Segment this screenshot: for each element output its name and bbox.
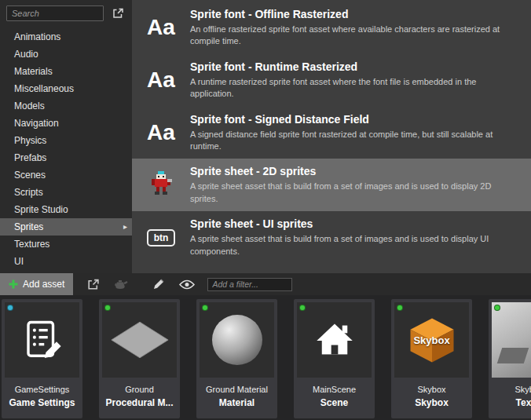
material-sphere-icon [212,315,262,365]
asset-type: Scene [297,397,372,408]
asset-type-list: Aa Sprite font - Offline Rasterized An o… [132,0,531,273]
add-asset-label: Add asset [23,279,64,290]
search-row [0,5,132,21]
asset-type-description: A signed distance field sprite font rast… [190,129,520,153]
sidebar-item-label: Sprites [14,221,43,232]
asset-type-title: Sprite font - Runtime Rasterized [190,60,520,73]
sidebar-item-animations[interactable]: Animations [0,28,132,46]
house-icon [314,320,355,360]
asset-type-row-offline-rasterized[interactable]: Aa Sprite font - Offline Rasterized An o… [132,2,531,54]
scene-thumbnail [297,302,372,378]
texture-preview-shape [497,348,529,363]
asset-tile-gamesettings[interactable]: GameSettings Game Settings [2,299,82,418]
asset-view-toolbar: Add asset [0,273,531,295]
font-aa-icon: Aa [132,122,190,144]
sidebar-item-scripts[interactable]: Scripts [0,184,132,201]
teapot-icon[interactable] [112,276,130,292]
status-dot [7,305,13,311]
sidebar-item-prefabs[interactable]: Prefabs [0,149,132,166]
skybox-thumbnail-label: Skybox [394,334,469,346]
asset-name: Skybox [394,385,469,394]
asset-type: Material [200,397,274,408]
sidebar-item-ui[interactable]: UI [0,253,132,270]
asset-type: Skybox [394,397,469,408]
sidebar-item-materials[interactable]: Materials [0,63,132,80]
asset-type-title: Sprite font - Signed Distance Field [190,113,520,126]
preview-eye-icon[interactable] [178,276,196,292]
material-thumbnail [200,302,274,378]
filter-input[interactable] [207,278,292,291]
asset-name: MainScene [297,385,372,394]
sidebar-item-sprites[interactable]: Sprites ▸ [0,218,132,236]
edit-pencil-icon[interactable] [150,276,167,292]
external-link-icon[interactable] [111,6,125,20]
sidebar-item-navigation[interactable]: Navigation [0,115,132,132]
sidebar-item-physics[interactable]: Physics [0,132,132,149]
search-input[interactable] [6,5,104,21]
add-asset-button[interactable]: Add asset [0,273,73,295]
asset-type-title: Sprite sheet - UI sprites [190,217,520,230]
plus-icon [9,279,18,289]
category-sidebar: Animations Audio Materials Miscellaneous… [0,0,132,273]
asset-tile-mainscene[interactable]: MainScene Scene [294,299,375,418]
settings-document-icon [21,319,64,361]
asset-tile-ground[interactable]: Ground Procedural M... [99,299,180,418]
sidebar-item-scenes[interactable]: Scenes [0,166,132,184]
add-asset-dialog: Animations Audio Materials Miscellaneous… [0,0,531,273]
button-btn-icon: btn [132,229,190,247]
sidebar-item-miscellaneous[interactable]: Miscellaneous [0,80,132,97]
asset-tile-skybox-texture[interactable]: Skybox Text... [489,299,531,418]
asset-type: Game Settings [5,397,79,408]
font-aa-icon: Aa [132,69,190,91]
status-dot [299,305,306,311]
asset-tile-ground-material[interactable]: Ground Material Material [196,299,277,418]
font-aa-icon: Aa [132,16,190,38]
asset-type-row-ui-sprites[interactable]: btn Sprite sheet - UI sprites A sprite s… [132,211,531,264]
asset-type-row-signed-distance-field[interactable]: Aa Sprite font - Signed Distance Field A… [132,107,531,159]
asset-tile-skybox[interactable]: Skybox Skybox Skybox [391,299,472,418]
asset-type-description: A sprite sheet asset that is build from … [190,181,520,205]
texture-thumbnail [492,302,531,378]
status-dot [104,305,111,311]
asset-type-title: Sprite font - Offline Rasterized [190,8,520,20]
asset-type-row-2d-sprites[interactable]: Sprite sheet - 2D sprites A sprite sheet… [132,159,531,211]
sidebar-item-models[interactable]: Models [0,97,132,115]
asset-name: GameSettings [5,385,79,394]
asset-type-description: A runtime rasterized sprite font asset w… [190,76,520,100]
sidebar-item-sprite-studio[interactable]: Sprite Studio [0,201,132,218]
category-list: Animations Audio Materials Miscellaneous… [0,28,132,270]
asset-grid: GameSettings Game Settings Ground Proced… [0,295,531,420]
asset-type-description: An offline rasterized sprite font asset … [190,24,520,48]
status-dot [202,305,208,311]
status-dot [397,305,403,311]
status-dot [494,305,500,311]
asset-name: Ground [102,385,177,394]
sidebar-item-textures[interactable]: Textures [0,236,132,253]
skybox-thumbnail: Skybox [394,302,469,378]
ground-thumbnail [102,302,177,378]
chevron-right-icon: ▸ [123,218,127,236]
sprite-character-icon [132,171,190,199]
asset-name: Ground Material [200,385,274,394]
gamesettings-thumbnail [5,302,79,378]
export-icon[interactable] [84,276,101,292]
asset-type-title: Sprite sheet - 2D sprites [190,165,520,177]
asset-type-description: A sprite sheet asset that is build from … [190,233,520,257]
asset-type: Text... [492,397,531,408]
asset-type: Procedural M... [102,397,177,408]
sidebar-item-audio[interactable]: Audio [0,46,132,63]
asset-type-row-runtime-rasterized[interactable]: Aa Sprite font - Runtime Rasterized A ru… [132,54,531,107]
asset-name: Skybox [492,385,531,394]
plane-icon [110,317,170,363]
